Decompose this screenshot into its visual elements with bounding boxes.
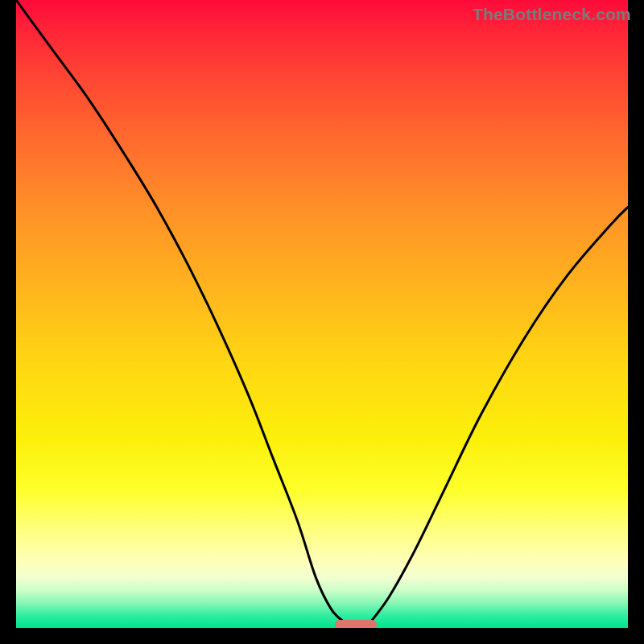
chart-frame: TheBottleneck.com [0, 0, 644, 644]
plot-area [16, 0, 628, 628]
watermark-text: TheBottleneck.com [473, 5, 631, 24]
optimum-marker [335, 620, 377, 628]
bottleneck-curve [16, 0, 628, 628]
